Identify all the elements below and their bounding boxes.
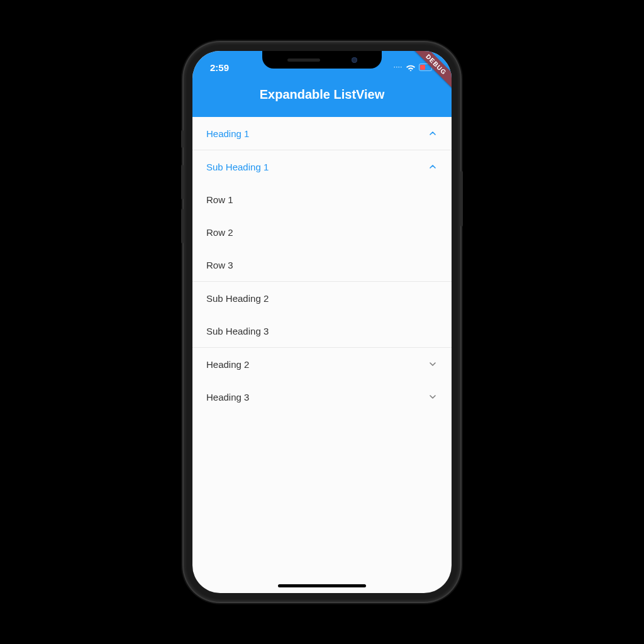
subheading-2-tile[interactable]: Sub Heading 2 [192, 282, 452, 314]
expandable-list[interactable]: Heading 1 Sub Heading 1 Row 1 Row 2 Row … [192, 117, 452, 413]
subheading-1-label: Sub Heading 1 [206, 162, 269, 172]
screen: DEBUG 2:59 ···· Expandable ListView [192, 51, 452, 593]
heading-2-tile[interactable]: Heading 2 [192, 348, 452, 380]
subheading-1-tile[interactable]: Sub Heading 1 [192, 150, 452, 183]
chevron-up-icon [428, 128, 438, 138]
mute-switch [181, 130, 184, 148]
home-indicator[interactable] [278, 584, 366, 587]
speaker-grille [287, 58, 320, 62]
status-time: 2:59 [210, 62, 229, 73]
list-row[interactable]: Row 2 [192, 216, 452, 248]
heading-2-label: Heading 2 [206, 359, 249, 370]
list-row[interactable]: Row 1 [192, 183, 452, 216]
wifi-icon [406, 64, 416, 71]
volume-down-button [181, 209, 184, 243]
app-bar-title: Expandable ListView [192, 87, 452, 102]
heading-3-tile[interactable]: Heading 3 [192, 380, 452, 413]
phone-frame: DEBUG 2:59 ···· Expandable ListView [184, 42, 460, 602]
chevron-down-icon [428, 359, 438, 369]
volume-up-button [181, 165, 184, 199]
subheading-3-label: Sub Heading 3 [206, 326, 269, 336]
svg-rect-1 [420, 65, 425, 70]
subheading-2-label: Sub Heading 2 [206, 293, 269, 304]
cellular-signal-icon: ···· [394, 64, 402, 70]
chevron-down-icon [428, 392, 438, 402]
front-camera [352, 57, 357, 63]
notch [262, 51, 382, 69]
row-label: Row 2 [206, 227, 233, 238]
heading-3-label: Heading 3 [206, 392, 249, 402]
power-button [460, 171, 463, 226]
list-row[interactable]: Row 3 [192, 248, 452, 281]
heading-1-tile[interactable]: Heading 1 [192, 117, 452, 150]
row-label: Row 1 [206, 194, 233, 205]
subheading-3-tile[interactable]: Sub Heading 3 [192, 314, 452, 347]
chevron-up-icon [428, 162, 438, 172]
heading-1-label: Heading 1 [206, 128, 249, 139]
row-label: Row 3 [206, 260, 233, 270]
